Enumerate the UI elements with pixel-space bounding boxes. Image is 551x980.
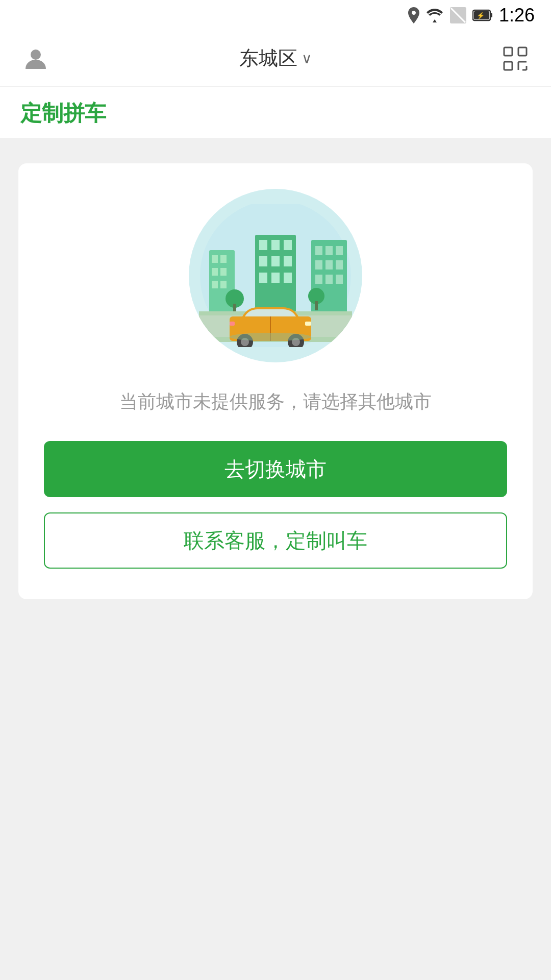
svg-rect-23 bbox=[315, 246, 322, 255]
location-icon bbox=[408, 7, 419, 23]
sim-icon bbox=[450, 7, 466, 23]
switch-city-button[interactable]: 去切换城市 bbox=[44, 441, 507, 497]
svg-rect-36 bbox=[259, 256, 267, 266]
wifi-icon bbox=[425, 8, 444, 22]
header: 东城区 ∨ bbox=[0, 31, 551, 87]
svg-rect-24 bbox=[325, 246, 333, 255]
svg-rect-38 bbox=[284, 256, 292, 266]
city-svg bbox=[199, 204, 352, 347]
svg-rect-16 bbox=[212, 255, 218, 263]
battery-icon: ⚡ bbox=[472, 8, 493, 22]
svg-rect-55 bbox=[230, 322, 235, 326]
location-selector[interactable]: 东城区 ∨ bbox=[239, 45, 312, 71]
svg-rect-33 bbox=[259, 240, 267, 250]
svg-rect-45 bbox=[315, 301, 318, 310]
status-bar: ⚡ 1:26 bbox=[0, 0, 551, 31]
scan-icon bbox=[502, 45, 529, 72]
location-text: 东城区 bbox=[239, 45, 297, 71]
svg-rect-29 bbox=[315, 275, 322, 284]
main-content: 当前城市未提供服务，请选择其他城市 去切换城市 联系客服，定制叫车 bbox=[0, 148, 551, 980]
svg-rect-19 bbox=[220, 268, 227, 276]
svg-rect-3 bbox=[490, 13, 492, 17]
svg-rect-25 bbox=[336, 246, 343, 255]
section-divider bbox=[0, 138, 551, 148]
page-title-bar: 定制拼车 bbox=[0, 87, 551, 138]
profile-icon bbox=[22, 45, 49, 72]
status-icons: ⚡ 1:26 bbox=[408, 5, 535, 26]
city-illustration bbox=[189, 189, 362, 362]
svg-point-6 bbox=[31, 50, 41, 60]
scan-button[interactable] bbox=[500, 43, 531, 74]
svg-rect-30 bbox=[325, 275, 333, 284]
svg-rect-41 bbox=[284, 273, 292, 283]
svg-rect-54 bbox=[305, 322, 311, 326]
profile-button[interactable] bbox=[20, 43, 51, 74]
svg-rect-20 bbox=[212, 281, 218, 288]
svg-rect-7 bbox=[504, 47, 512, 56]
main-card: 当前城市未提供服务，请选择其他城市 去切换城市 联系客服，定制叫车 bbox=[18, 163, 533, 599]
svg-rect-18 bbox=[212, 268, 218, 276]
svg-rect-17 bbox=[220, 255, 227, 263]
status-message: 当前城市未提供服务，请选择其他城市 bbox=[119, 388, 432, 415]
svg-rect-37 bbox=[271, 256, 280, 266]
svg-point-56 bbox=[230, 333, 311, 341]
svg-text:⚡: ⚡ bbox=[477, 11, 485, 20]
chevron-down-icon: ∨ bbox=[302, 50, 312, 67]
svg-rect-40 bbox=[271, 273, 280, 283]
svg-rect-31 bbox=[336, 275, 343, 284]
svg-rect-28 bbox=[336, 260, 343, 270]
svg-rect-35 bbox=[284, 240, 292, 250]
svg-rect-9 bbox=[504, 62, 512, 70]
svg-rect-8 bbox=[518, 47, 527, 56]
page-title: 定制拼车 bbox=[20, 101, 106, 125]
svg-rect-21 bbox=[220, 281, 227, 288]
svg-rect-27 bbox=[325, 260, 333, 270]
contact-service-button[interactable]: 联系客服，定制叫车 bbox=[44, 512, 507, 569]
status-time: 1:26 bbox=[499, 5, 535, 26]
svg-rect-26 bbox=[315, 260, 322, 270]
svg-rect-39 bbox=[259, 273, 267, 283]
svg-rect-34 bbox=[271, 240, 280, 250]
